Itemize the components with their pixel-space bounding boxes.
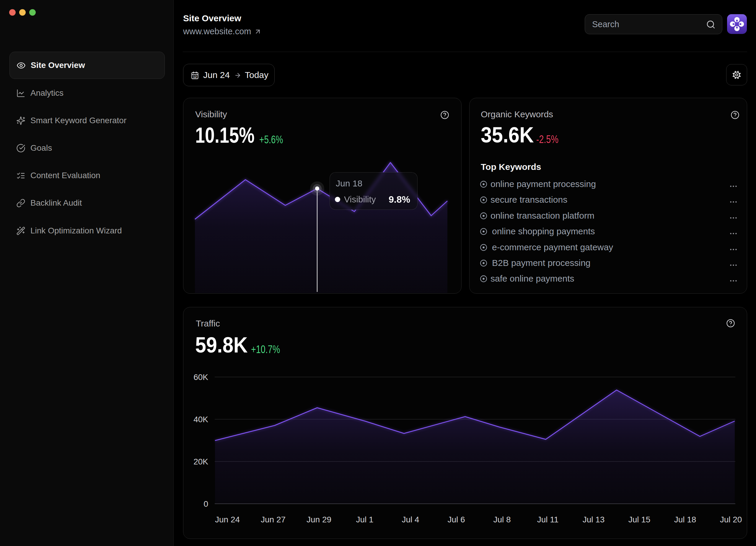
- svg-text:12: 12: [193, 75, 197, 79]
